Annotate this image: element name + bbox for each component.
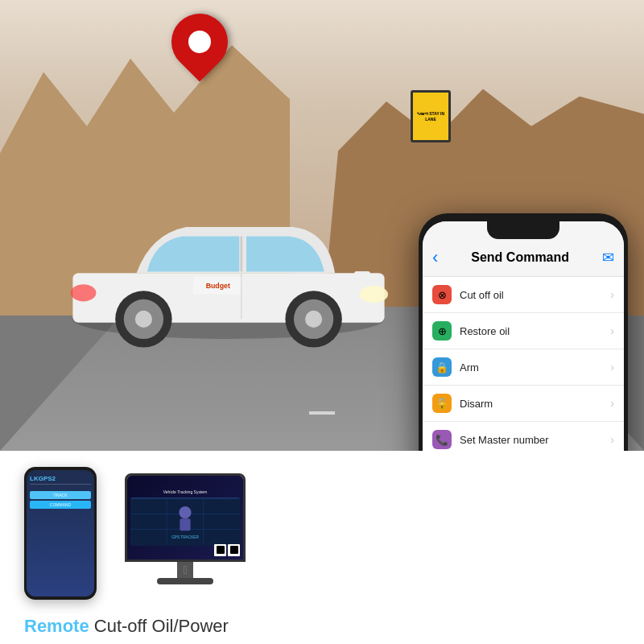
menu-label-arm: Arm bbox=[460, 361, 610, 374]
menu-chevron-set-master: › bbox=[610, 433, 614, 446]
back-button[interactable]: ‹ bbox=[432, 247, 438, 268]
menu-chevron-arm: › bbox=[610, 361, 614, 374]
menu-item-cut-off-oil[interactable]: ⊗ Cut off oil › bbox=[423, 277, 624, 313]
svg-point-5 bbox=[135, 311, 152, 328]
screen-title: Send Command bbox=[471, 250, 569, 265]
monitor-title: Vehicle Tracking System bbox=[163, 489, 207, 494]
menu-icon-cut-off-oil: ⊗ bbox=[432, 285, 452, 304]
road-line bbox=[309, 411, 335, 415]
svg-point-11 bbox=[360, 286, 388, 303]
gps-pin bbox=[167, 14, 232, 90]
tagline-highlight: Remote bbox=[24, 616, 89, 636]
monitor-content: Vehicle Tracking System bbox=[127, 476, 243, 559]
small-phone-app: LKGPS2 TRACK COMMAND bbox=[27, 470, 94, 597]
menu-label-disarm: Disarm bbox=[460, 398, 610, 410]
svg-point-12 bbox=[71, 284, 97, 301]
road-sign: הישאר STAY IN LANE bbox=[411, 90, 451, 142]
menu-icon-restore-oil: ⊕ bbox=[432, 321, 452, 341]
menu-item-disarm[interactable]: 🔓 Disarm › bbox=[423, 386, 624, 422]
phone-notch bbox=[487, 221, 559, 239]
svg-rect-20 bbox=[180, 518, 190, 530]
monitor-qr bbox=[214, 544, 240, 556]
monitor-base bbox=[157, 578, 213, 584]
menu-chevron-cut-off-oil: › bbox=[610, 288, 614, 301]
menu-icon-disarm: 🔓 bbox=[432, 394, 452, 413]
small-phone-mockup: LKGPS2 TRACK COMMAND bbox=[24, 467, 97, 600]
svg-point-19 bbox=[179, 506, 191, 518]
svg-point-8 bbox=[305, 311, 322, 328]
menu-item-restore-oil[interactable]: ⊕ Restore oil › bbox=[423, 313, 624, 349]
bottom-tagline: Remote Cut-off Oil/Power bbox=[0, 608, 253, 644]
menu-label-set-master: Set Master number bbox=[460, 434, 610, 446]
message-icon[interactable]: ✉ bbox=[602, 249, 614, 266]
tagline-normal: Cut-off Oil/Power bbox=[89, 616, 229, 636]
desktop-monitor: Vehicle Tracking System bbox=[121, 473, 250, 594]
car: Budget bbox=[52, 180, 406, 352]
small-phone-logo: LKGPS2 bbox=[30, 475, 91, 482]
bottom-content: LKGPS2 TRACK COMMAND Vehicle Tracking Sy… bbox=[0, 451, 274, 608]
menu-item-arm[interactable]: 🔒 Arm › bbox=[423, 349, 624, 386]
monitor-screen: Vehicle Tracking System bbox=[125, 473, 246, 562]
svg-text:GPS TRACKER: GPS TRACKER bbox=[171, 535, 199, 539]
bottom-section: LKGPS2 TRACK COMMAND Vehicle Tracking Sy… bbox=[0, 451, 644, 644]
menu-icon-set-master: 📞 bbox=[432, 430, 452, 449]
monitor-map: GPS TRACKER bbox=[130, 497, 240, 546]
menu-icon-arm: 🔒 bbox=[432, 357, 452, 377]
menu-chevron-disarm: › bbox=[610, 397, 614, 410]
svg-text:Budget: Budget bbox=[206, 282, 230, 290]
menu-label-cut-off-oil: Cut off oil bbox=[460, 289, 610, 301]
small-phone-btn2[interactable]: COMMAND bbox=[30, 501, 91, 509]
small-phone-screen: LKGPS2 TRACK COMMAND bbox=[27, 470, 94, 597]
small-phone-btn1[interactable]: TRACK bbox=[30, 491, 91, 499]
menu-label-restore-oil: Restore oil bbox=[460, 325, 610, 337]
menu-chevron-restore-oil: › bbox=[610, 324, 614, 337]
apple-logo-icon:  bbox=[183, 564, 187, 576]
